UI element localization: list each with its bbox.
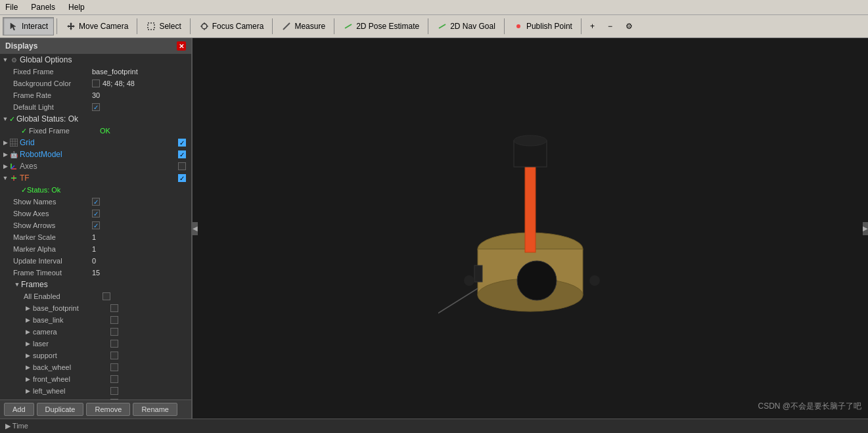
2d-nav-button[interactable]: 2D Nav Goal <box>431 17 501 35</box>
bg-color-swatch[interactable] <box>92 80 100 87</box>
focus-camera-label: Focus Camera <box>212 22 264 31</box>
move-camera-label: Move Camera <box>79 22 128 31</box>
separator-4 <box>272 18 273 34</box>
duplicate-button[interactable]: Duplicate <box>37 403 84 416</box>
tf-item[interactable]: ▼ TF <box>0 172 191 184</box>
menu-panels[interactable]: Panels <box>28 1 58 13</box>
tf-update-interval-value[interactable]: 0 <box>92 257 190 265</box>
interact-button[interactable]: Interact <box>3 17 54 35</box>
tf-marker-scale-value[interactable]: 1 <box>92 233 190 241</box>
tf-show-arrows-value <box>92 221 190 229</box>
panel-title: Displays <box>5 41 37 51</box>
bottom-panel-label[interactable]: ▶ Time <box>5 422 28 430</box>
3d-viewport[interactable]: ◀ ▶ CSDN @不会是要长脑子了吧 <box>193 38 868 419</box>
axes-item[interactable]: ▶ Axes <box>0 160 191 172</box>
move-icon <box>66 21 76 32</box>
tf-show-names-label: Show Names <box>13 198 92 206</box>
camera-checkbox[interactable] <box>110 328 118 336</box>
tf-marker-alpha-label: Marker Alpha <box>13 245 92 253</box>
separator-8 <box>581 18 582 34</box>
laser-checkbox[interactable] <box>110 340 118 348</box>
all-enabled-row: All Enabled <box>0 290 191 302</box>
focus-icon <box>199 21 210 32</box>
support-checkbox[interactable] <box>110 352 118 359</box>
tf-frame-timeout-value[interactable]: 15 <box>92 269 190 277</box>
2d-pose-button[interactable]: 2D Pose Estimate <box>337 17 425 35</box>
svg-rect-46 <box>525 164 536 252</box>
all-enabled-label: All Enabled <box>24 292 103 300</box>
menu-help[interactable]: Help <box>66 1 87 13</box>
tf-update-interval-row: Update Interval 0 <box>0 255 191 267</box>
front-wheel-checkbox[interactable] <box>110 375 118 383</box>
menubar: File Panels Help <box>0 0 868 14</box>
displays-tree[interactable]: ▼ ⚙ Global Options Fixed Frame base_foot… <box>0 54 191 399</box>
cursor-icon <box>9 21 19 32</box>
grid-label: Grid <box>20 138 35 147</box>
remove-button[interactable]: Remove <box>86 403 130 416</box>
plus-button[interactable]: + <box>584 17 601 35</box>
panel-close-button[interactable]: ✕ <box>177 41 186 51</box>
global-status-label: Global Status: Ok <box>16 114 78 124</box>
robot-model-checkbox[interactable] <box>178 150 186 158</box>
grid-icon <box>9 138 18 147</box>
robot-model-icon: 🤖 <box>9 150 18 159</box>
grid-item[interactable]: ▶ Grid <box>0 137 191 148</box>
tf-show-axes-value <box>92 210 190 217</box>
minus-button[interactable]: − <box>602 17 618 35</box>
default-light-checkbox[interactable] <box>92 103 100 111</box>
tf-show-axes-row: Show Axes <box>0 208 191 219</box>
global-options-arrow: ▼ <box>1 56 9 64</box>
separator-6 <box>428 18 428 34</box>
support-arrow: ▶ <box>24 352 32 359</box>
svg-rect-43 <box>474 265 482 282</box>
displays-panel: Displays ✕ ▼ ⚙ Global Options Fixed Fram… <box>0 38 193 419</box>
focus-camera-button[interactable]: Focus Camera <box>193 17 270 35</box>
publish-point-label: Publish Point <box>526 22 572 31</box>
robot-model-item[interactable]: ▶ 🤖 RobotModel <box>0 148 191 160</box>
tf-show-axes-label: Show Axes <box>13 210 92 217</box>
fixed-frame-value[interactable]: base_footprint <box>92 68 190 76</box>
tf-show-arrows-checkbox[interactable] <box>92 221 100 229</box>
grid-checkbox[interactable] <box>178 139 186 147</box>
base-link-checkbox[interactable] <box>110 316 118 324</box>
all-enabled-checkbox[interactable] <box>103 292 110 300</box>
add-button[interactable]: Add <box>4 403 34 416</box>
global-options-item[interactable]: ▼ ⚙ Global Options <box>0 54 191 66</box>
plus-label: + <box>590 22 595 31</box>
frame-rate-value[interactable]: 30 <box>92 91 190 99</box>
front-wheel-value <box>110 375 190 383</box>
front-wheel-arrow: ▶ <box>24 375 32 383</box>
select-button[interactable]: Select <box>140 17 187 35</box>
tf-status-check: ✓ <box>21 186 27 194</box>
measure-button[interactable]: Measure <box>275 17 331 35</box>
rename-button[interactable]: Rename <box>133 403 177 416</box>
base-footprint-checkbox[interactable] <box>110 304 118 312</box>
base-link-arrow: ▶ <box>24 316 32 324</box>
bottom-panel: ▶ Time <box>0 419 868 433</box>
tf-show-arrows-label: Show Arrows <box>13 221 92 229</box>
frame-front-wheel-row: ▶ front_wheel <box>0 373 191 385</box>
settings-button[interactable]: ⚙ <box>620 17 639 35</box>
tf-label: TF <box>20 173 30 183</box>
global-status-item[interactable]: ▼ ✓ Global Status: Ok <box>0 113 191 125</box>
2d-pose-label: 2D Pose Estimate <box>356 22 419 31</box>
back-wheel-checkbox[interactable] <box>110 363 118 371</box>
move-camera-button[interactable]: Move Camera <box>60 17 134 35</box>
left-wheel-checkbox[interactable] <box>110 387 118 395</box>
tf-checkbox[interactable] <box>178 174 186 182</box>
measure-label: Measure <box>294 22 325 31</box>
tf-marker-alpha-value[interactable]: 1 <box>92 245 190 253</box>
tf-show-axes-checkbox[interactable] <box>92 210 100 217</box>
expand-right-arrow[interactable]: ▶ <box>863 222 868 235</box>
axes-checkbox[interactable] <box>178 162 186 170</box>
collapse-panel-arrow[interactable]: ◀ <box>193 222 198 235</box>
panel-header: Displays ✕ <box>0 38 191 54</box>
publish-point-button[interactable]: Publish Point <box>507 17 578 35</box>
frames-item[interactable]: ▼ Frames <box>0 279 191 290</box>
tf-marker-scale-label: Marker Scale <box>13 233 92 241</box>
menu-file[interactable]: File <box>3 1 20 13</box>
frame-rate-row: Frame Rate 30 <box>0 89 191 101</box>
svg-line-49 <box>438 288 478 321</box>
tf-show-names-checkbox[interactable] <box>92 198 100 206</box>
laser-arrow: ▶ <box>24 340 32 348</box>
